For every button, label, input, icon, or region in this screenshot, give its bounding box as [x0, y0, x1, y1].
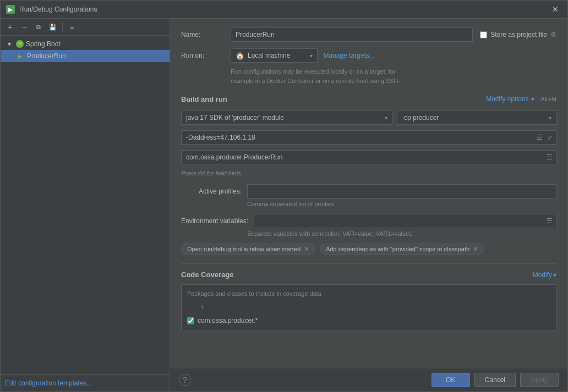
modify-options-button[interactable]: Modify options ▾ — [484, 94, 536, 104]
run-on-row: Run on: 🏠 Local machine ▾ Manage targets… — [181, 48, 556, 63]
coverage-desc: Packages and classes to include in cover… — [187, 290, 550, 297]
spring-icon: 🌱 — [16, 40, 24, 48]
left-toolbar: + − ⧉ 💾 ≡ — [1, 19, 170, 36]
main-content: + − ⧉ 💾 ≡ ▾ 🌱 Spring Boot ▶ ProducerRun — [1, 19, 567, 391]
active-profiles-input[interactable] — [247, 184, 556, 198]
tag-label-1: Open run/debug tool window when started — [187, 246, 301, 252]
run-on-description: Run configurations may be executed local… — [231, 67, 556, 85]
tree-group-spring-boot[interactable]: ▾ 🌱 Spring Boot — [1, 38, 170, 50]
store-label: Store as project file — [490, 31, 547, 38]
home-icon: 🏠 — [236, 52, 244, 60]
left-panel: + − ⧉ 💾 ≡ ▾ 🌱 Spring Boot ▶ ProducerRun — [1, 19, 170, 391]
edit-templates-link[interactable]: Edit configuration templates... — [5, 379, 92, 387]
save-config-button[interactable]: 💾 — [47, 21, 59, 33]
coverage-chevron-icon: ▾ — [553, 271, 556, 279]
coverage-box: Packages and classes to include in cover… — [181, 284, 556, 330]
run-on-value: Local machine — [248, 52, 290, 59]
name-row: Name: Store as project file ⚙ — [181, 27, 556, 42]
app-icon: ▶ — [6, 5, 15, 14]
build-run-title: Build and run — [181, 95, 227, 103]
section-divider — [181, 263, 556, 264]
title-bar: ▶ Run/Debug Configurations ✕ — [1, 1, 567, 19]
sdk-row: java 17 SDK of 'producer' module ▾ -cp p… — [181, 111, 556, 125]
apply-button[interactable]: Apply — [520, 373, 559, 387]
store-checkbox-area: Store as project file ⚙ — [480, 31, 556, 38]
tag2-close-button[interactable]: ✕ — [473, 246, 478, 252]
run-on-label: Run on: — [181, 52, 225, 59]
ok-button[interactable]: OK — [432, 373, 470, 387]
coverage-header: Code Coverage Modify ▾ — [181, 270, 556, 279]
remove-coverage-button[interactable]: − — [187, 301, 196, 312]
active-profiles-row: Active profiles: — [181, 184, 556, 198]
tag1-close-button[interactable]: ✕ — [304, 246, 309, 252]
expand-editor-button[interactable]: ☰ — [535, 133, 544, 142]
toolbar-separator — [62, 22, 63, 32]
name-label: Name: — [181, 31, 225, 38]
env-vars-icons: ☰ — [545, 217, 554, 225]
config-tree: ▾ 🌱 Spring Boot ▶ ProducerRun — [1, 36, 170, 374]
run-on-select[interactable]: 🏠 Local machine ▾ — [231, 48, 318, 63]
dropdown-arrow-icon: ▾ — [310, 53, 313, 59]
open-editor-button[interactable]: ⤢ — [545, 133, 554, 142]
vm-options-icons: ☰ ⤢ — [535, 133, 554, 142]
modify-shortcut: Alt+M — [541, 96, 556, 102]
cp-select[interactable]: -cp producer ▾ — [397, 111, 556, 125]
active-profiles-label: Active profiles: — [181, 187, 242, 195]
store-as-project-checkbox[interactable] — [480, 31, 487, 38]
cp-dropdown-icon: ▾ — [549, 115, 551, 121]
sdk-dropdown-icon: ▾ — [385, 115, 387, 121]
add-config-button[interactable]: + — [4, 21, 16, 33]
sdk-value: java 17 SDK of 'producer' module — [186, 114, 284, 122]
tree-item-label: ProducerRun — [27, 52, 66, 60]
run-debug-dialog: ▶ Run/Debug Configurations ✕ + − ⧉ 💾 ≡ ▾… — [0, 0, 568, 392]
help-button[interactable]: ? — [179, 374, 191, 386]
dialog-title: Run/Debug Configurations — [19, 5, 97, 13]
profiles-hint: Comma separated list of profiles — [247, 201, 556, 207]
left-footer: Edit configuration templates... — [1, 374, 170, 391]
tree-group-label: Spring Boot — [26, 40, 61, 48]
vm-options-input[interactable] — [181, 130, 556, 145]
name-input[interactable] — [231, 27, 473, 42]
vm-options-field-container: ☰ ⤢ — [181, 130, 556, 145]
env-vars-field-container: ☰ — [254, 214, 556, 228]
coverage-toolbar: − + — [187, 301, 550, 312]
settings-icon: ⚙ — [550, 31, 556, 38]
cp-value: -cp producer — [402, 114, 439, 122]
more-options-button[interactable]: ≡ — [66, 21, 78, 33]
main-class-list-button[interactable]: ☰ — [545, 153, 554, 162]
main-class-icons: ☰ — [545, 153, 554, 162]
field-hint-text: Press Alt for field hints — [181, 170, 556, 176]
tag-run-debug-window: Open run/debug tool window when started … — [181, 244, 315, 255]
env-vars-list-button[interactable]: ☰ — [545, 217, 554, 225]
coverage-item: com.ossa.producer.* — [187, 317, 550, 324]
tree-item-producer-run[interactable]: ▶ ProducerRun — [1, 50, 170, 62]
modify-coverage-button[interactable]: Modify ▾ — [533, 271, 556, 279]
close-button[interactable]: ✕ — [549, 4, 562, 15]
coverage-title: Code Coverage — [181, 270, 233, 279]
manage-targets-link[interactable]: Manage targets... — [323, 52, 374, 59]
tag-label-2: Add dependencies with "provided" scope t… — [326, 246, 469, 252]
cancel-button[interactable]: Cancel — [474, 373, 516, 387]
right-panel: Name: Store as project file ⚙ Run on: 🏠 … — [170, 19, 567, 391]
env-vars-label: Environment variables: — [181, 217, 248, 225]
bottom-bar: ? OK Cancel Apply — [170, 368, 567, 391]
vm-options-row: ☰ ⤢ — [181, 130, 556, 145]
add-coverage-button[interactable]: + — [198, 301, 207, 312]
tags-row: Open run/debug tool window when started … — [181, 244, 556, 255]
env-vars-row: Environment variables: ☰ — [181, 214, 556, 228]
sdk-select[interactable]: java 17 SDK of 'producer' module ▾ — [181, 111, 392, 125]
coverage-item-checkbox[interactable] — [187, 317, 194, 324]
modify-options-area: Modify options ▾ Alt+M — [484, 94, 556, 104]
title-bar-left: ▶ Run/Debug Configurations — [6, 5, 97, 14]
main-class-input[interactable] — [181, 150, 556, 164]
remove-config-button[interactable]: − — [18, 21, 30, 33]
chevron-down-icon: ▾ — [5, 40, 14, 48]
code-coverage-section: Code Coverage Modify ▾ Packages and clas… — [181, 270, 556, 330]
coverage-item-label: com.ossa.producer.* — [198, 317, 258, 324]
env-hint: Separate variables with semicolon; VAR=v… — [247, 230, 556, 237]
copy-config-button[interactable]: ⧉ — [32, 21, 45, 33]
env-vars-input[interactable] — [254, 214, 556, 228]
chevron-down-icon: ▾ — [531, 95, 534, 103]
main-class-field-container: ☰ — [181, 150, 556, 164]
main-class-row: ☰ — [181, 150, 556, 164]
